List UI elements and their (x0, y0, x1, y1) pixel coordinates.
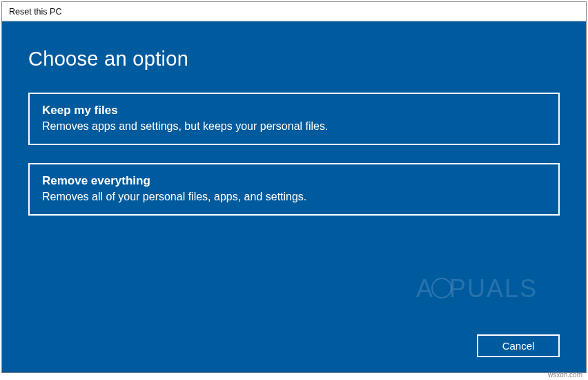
content-panel: Choose an option Keep my files Removes a… (2, 21, 586, 372)
page-heading: Choose an option (28, 48, 560, 70)
credit-text: wsxdn.com (548, 371, 582, 379)
reset-pc-window: Reset this PC Choose an option Keep my f… (1, 1, 587, 373)
watermark: APUALS (416, 274, 538, 303)
option-title: Keep my files (42, 104, 546, 117)
titlebar: Reset this PC (2, 2, 586, 21)
option-title: Remove everything (42, 174, 546, 188)
options-list: Keep my files Removes apps and settings,… (28, 93, 560, 216)
watermark-dot-icon (431, 278, 452, 298)
option-desc: Removes all of your personal files, apps… (42, 191, 546, 203)
option-remove-everything[interactable]: Remove everything Removes all of your pe… (28, 163, 560, 216)
window-title: Reset this PC (9, 7, 61, 17)
footer: Cancel (477, 334, 560, 357)
option-keep-my-files[interactable]: Keep my files Removes apps and settings,… (28, 93, 560, 145)
cancel-button[interactable]: Cancel (477, 334, 560, 357)
option-desc: Removes apps and settings, but keeps you… (42, 120, 546, 133)
